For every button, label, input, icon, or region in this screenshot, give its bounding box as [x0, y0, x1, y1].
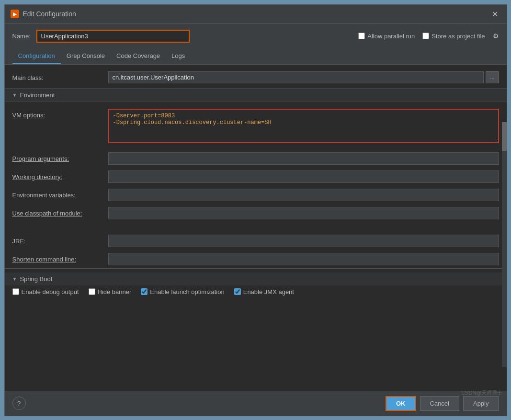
main-class-input[interactable] [108, 71, 484, 83]
edit-configuration-dialog: ▶ Edit Configuration ✕ Name: Allow paral… [4, 4, 507, 416]
allow-parallel-run-label: Allow parallel run [367, 33, 415, 40]
classpath-value [108, 207, 499, 219]
spacer [5, 222, 507, 232]
footer-buttons: OK Cancel Apply [386, 396, 499, 411]
enable-jmx-option[interactable]: Enable JMX agent [234, 288, 294, 295]
env-vars-label: Environment variables: [12, 189, 108, 199]
tab-code-coverage[interactable]: Code Coverage [111, 48, 166, 64]
store-as-project-file-checkbox[interactable] [422, 33, 429, 39]
enable-launch-option[interactable]: Enable launch optimization [141, 288, 224, 295]
vm-options-value: -Dserver.port=8083 -Dspring.cloud.nacos.… [108, 109, 499, 145]
program-args-label: Program arguments: [12, 152, 108, 162]
title-bar: ▶ Edit Configuration ✕ [5, 5, 507, 24]
springboot-section: ▼ Spring Boot Enable debug output Hide b… [5, 268, 507, 298]
hide-banner-label: Hide banner [98, 288, 132, 295]
tab-configuration[interactable]: Configuration [12, 48, 61, 64]
tabs-row: Configuration Grep Console Code Coverage… [5, 48, 507, 65]
working-dir-value [108, 170, 499, 183]
environment-label: Environment [20, 91, 55, 99]
enable-jmx-checkbox[interactable] [234, 288, 241, 295]
classpath-label: Use classpath of module: [12, 207, 108, 217]
working-dir-label: Working directory: [12, 170, 108, 181]
program-args-value [108, 152, 499, 165]
footer: ? OK Cancel Apply [5, 391, 507, 416]
app-icon: ▶ [11, 10, 19, 18]
enable-debug-option[interactable]: Enable debug output [12, 288, 79, 295]
main-class-row: Main class: ... [5, 68, 507, 86]
vm-options-row: VM options: -Dserver.port=8083 -Dspring.… [5, 104, 507, 148]
hide-banner-checkbox[interactable] [89, 288, 95, 295]
working-dir-row: Working directory: [5, 168, 507, 186]
springboot-options: Enable debug output Hide banner Enable l… [5, 285, 507, 298]
main-class-value: ... [108, 71, 499, 83]
classpath-input-placeholder [108, 207, 499, 219]
tab-grep-console[interactable]: Grep Console [61, 48, 111, 64]
vm-options-label: VM options: [12, 109, 108, 119]
springboot-header: ▼ Spring Boot [5, 272, 507, 285]
main-class-label: Main class: [12, 71, 108, 81]
enable-launch-label: Enable launch optimization [150, 288, 224, 295]
program-args-row: Program arguments: [5, 148, 507, 168]
jre-label: JRE: [12, 235, 108, 245]
close-button[interactable]: ✕ [489, 9, 501, 20]
tab-logs[interactable]: Logs [166, 48, 191, 64]
name-row: Name: Allow parallel run Store as projec… [5, 24, 507, 48]
dialog-title: Edit Configuration [23, 10, 76, 18]
cancel-button[interactable]: Cancel [420, 396, 459, 411]
store-as-project-file-label: Store as project file [432, 33, 485, 40]
apply-button[interactable]: Apply [463, 396, 499, 411]
springboot-collapse-icon[interactable]: ▼ [12, 276, 17, 282]
main-class-browse-button[interactable]: ... [486, 71, 499, 83]
jre-input-placeholder [108, 235, 499, 247]
scroll-track [502, 122, 507, 367]
jre-row: JRE: [5, 232, 507, 250]
allow-parallel-run-checkbox[interactable] [358, 33, 365, 39]
name-label: Name: [12, 33, 32, 40]
enable-launch-checkbox[interactable] [141, 288, 148, 295]
enable-debug-label: Enable debug output [22, 288, 79, 295]
enable-jmx-label: Enable JMX agent [243, 288, 294, 295]
gear-icon[interactable]: ⚙ [493, 32, 499, 40]
main-content: Main class: ... ▼ Environment VM options… [5, 65, 507, 391]
store-as-project-file-option[interactable]: Store as project file [422, 33, 485, 40]
environment-collapse-icon[interactable]: ▼ [12, 92, 17, 98]
classpath-row: Use classpath of module: [5, 204, 507, 222]
shorten-cmd-row: Shorten command line: [5, 250, 507, 268]
program-args-input-placeholder [108, 152, 499, 165]
watermark: CSDN@天涯居士 [461, 389, 502, 397]
env-vars-value [108, 189, 499, 201]
config-content: Main class: ... ▼ Environment VM options… [5, 65, 507, 391]
header-options: Allow parallel run Store as project file… [358, 32, 499, 40]
enable-debug-checkbox[interactable] [12, 288, 19, 295]
help-button[interactable]: ? [12, 397, 26, 410]
vm-options-textarea[interactable]: -Dserver.port=8083 -Dspring.cloud.nacos.… [108, 109, 499, 143]
scroll-thumb[interactable] [502, 122, 507, 151]
title-bar-left: ▶ Edit Configuration [11, 10, 76, 18]
env-vars-row: Environment variables: [5, 186, 507, 204]
springboot-label: Spring Boot [20, 275, 52, 283]
ok-button[interactable]: OK [386, 396, 416, 411]
allow-parallel-run-option[interactable]: Allow parallel run [358, 33, 415, 40]
hide-banner-option[interactable]: Hide banner [89, 288, 132, 295]
shorten-cmd-input-placeholder [108, 253, 499, 265]
environment-header: ▼ Environment [5, 88, 507, 102]
env-vars-input-placeholder [108, 189, 499, 201]
shorten-cmd-label: Shorten command line: [12, 253, 108, 263]
shorten-cmd-value [108, 253, 499, 265]
working-dir-input-placeholder [108, 170, 499, 183]
jre-value [108, 235, 499, 247]
name-input[interactable] [36, 30, 190, 43]
